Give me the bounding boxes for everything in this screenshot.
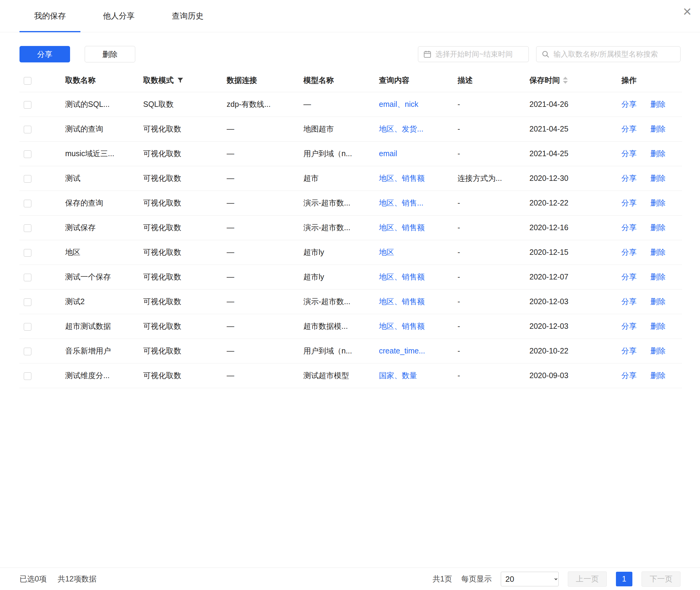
table-body: 测试的SQL... SQL取数 zdp-有数线... — email、nick … [19,92,682,388]
row-checkbox[interactable] [24,274,31,281]
row-share-link[interactable]: 分享 [621,149,637,158]
row-checkbox[interactable] [24,323,31,330]
row-delete-link[interactable]: 删除 [650,174,666,182]
cell-model: 超市 [303,166,379,191]
per-page-select[interactable]: 20 [501,572,559,586]
date-range-picker[interactable] [418,46,529,62]
delete-button[interactable]: 删除 [85,46,135,63]
cell-name: 测试一个保存 [65,265,143,289]
row-delete-link[interactable]: 删除 [650,100,666,108]
row-share-link[interactable]: 分享 [621,273,637,281]
cell-model: 超市数据模... [303,314,379,338]
cell-model: 演示-超市数... [303,191,379,215]
row-share-link[interactable]: 分享 [621,100,637,108]
cell-query-link[interactable]: 地区、销售... [379,191,457,215]
row-delete-link[interactable]: 删除 [650,223,666,232]
selection-summary: 已选0项 共12项数据 [19,574,97,584]
row-share-link[interactable]: 分享 [621,248,637,256]
row-checkbox[interactable] [24,101,31,109]
row-share-link[interactable]: 分享 [621,174,637,182]
row-delete-link[interactable]: 删除 [650,198,666,207]
row-checkbox[interactable] [24,372,31,380]
table-row: 地区 可视化取数 — 超市ly 地区 - 2020-12-15 分享 删除 [19,240,682,265]
cell-actions: 分享 删除 [621,92,682,117]
cell-description: - [457,265,529,289]
cell-query-link[interactable]: 地区、销售额 [379,166,457,191]
row-checkbox[interactable] [24,175,31,183]
row-share-link[interactable]: 分享 [621,223,637,232]
row-checkbox[interactable] [24,151,31,158]
cell-connection: — [227,265,303,289]
tab-shared-by-others[interactable]: 他人分享 [88,0,149,32]
next-page-button[interactable]: 下一页 [641,571,681,587]
cell-mode: 可视化取数 [143,338,227,363]
row-delete-link[interactable]: 删除 [650,149,666,158]
cell-description: - [457,338,529,363]
cell-name: 测试保存 [65,215,143,240]
date-range-input[interactable] [435,50,524,59]
cell-description: - [457,215,529,240]
cell-save-time: 2021-04-25 [529,117,621,141]
tab-my-saves[interactable]: 我的保存 [19,0,80,32]
row-checkbox[interactable] [24,224,31,232]
row-checkbox[interactable] [24,126,31,133]
row-delete-link[interactable]: 删除 [650,273,666,281]
row-delete-link[interactable]: 删除 [650,347,666,355]
row-checkbox[interactable] [24,249,31,257]
cell-query-link[interactable]: email、nick [379,92,457,117]
tab-query-history[interactable]: 查询历史 [157,0,218,32]
table-row: 测试的SQL... SQL取数 zdp-有数线... — email、nick … [19,92,682,117]
cell-name: 音乐新增用户 [65,338,143,363]
cell-model: 演示-超市数... [303,215,379,240]
cell-save-time: 2021-04-26 [529,92,621,117]
row-share-link[interactable]: 分享 [621,347,637,355]
share-button[interactable]: 分享 [19,46,70,63]
total-pages: 共1页 [433,574,452,584]
cell-query-link[interactable]: 地区、发货... [379,117,457,141]
cell-connection: — [227,141,303,166]
row-share-link[interactable]: 分享 [621,198,637,207]
row-share-link[interactable]: 分享 [621,297,637,306]
cell-query-link[interactable]: create_time... [379,338,457,363]
cell-query-link[interactable]: 地区 [379,240,457,265]
row-delete-link[interactable]: 删除 [650,297,666,306]
row-delete-link[interactable]: 删除 [650,248,666,256]
row-checkbox[interactable] [24,348,31,355]
row-delete-link[interactable]: 删除 [650,322,666,330]
prev-page-button[interactable]: 上一页 [568,571,607,587]
tab-bar: 我的保存 他人分享 查询历史 [0,0,700,32]
row-checkbox[interactable] [24,298,31,306]
current-page-button[interactable]: 1 [616,572,632,586]
cell-connection: — [227,117,303,141]
cell-query-link[interactable]: 国家、数量 [379,363,457,388]
row-delete-link[interactable]: 删除 [650,371,666,380]
cell-connection: — [227,215,303,240]
row-delete-link[interactable]: 删除 [650,124,666,133]
cell-description: 连接方式为... [457,166,529,191]
cell-actions: 分享 删除 [621,314,682,338]
col-header-mode: 取数模式 [143,69,227,92]
cell-query-link[interactable]: 地区、销售额 [379,265,457,289]
close-icon[interactable]: × [683,4,692,19]
cell-query-link[interactable]: email [379,141,457,166]
cell-query-link[interactable]: 地区、销售额 [379,289,457,314]
filter-icon[interactable] [177,77,184,84]
cell-description: - [457,289,529,314]
search-input[interactable] [553,50,675,59]
cell-query-link[interactable]: 地区、销售额 [379,314,457,338]
col-header-time: 保存时间 [529,69,621,92]
table-row: 测试2 可视化取数 — 演示-超市数... 地区、销售额 - 2020-12-0… [19,289,682,314]
row-share-link[interactable]: 分享 [621,124,637,133]
cell-query-link[interactable]: 地区、销售额 [379,215,457,240]
search-box[interactable] [536,46,681,62]
sort-icon[interactable] [563,77,568,84]
row-share-link[interactable]: 分享 [621,322,637,330]
col-header-actions: 操作 [621,69,682,92]
select-all-checkbox[interactable] [24,77,31,85]
cell-save-time: 2020-12-07 [529,265,621,289]
row-checkbox[interactable] [24,200,31,207]
table-row: 测试 可视化取数 — 超市 地区、销售额 连接方式为... 2020-12-30… [19,166,682,191]
search-icon [541,50,550,59]
row-share-link[interactable]: 分享 [621,371,637,380]
cell-save-time: 2020-12-15 [529,240,621,265]
